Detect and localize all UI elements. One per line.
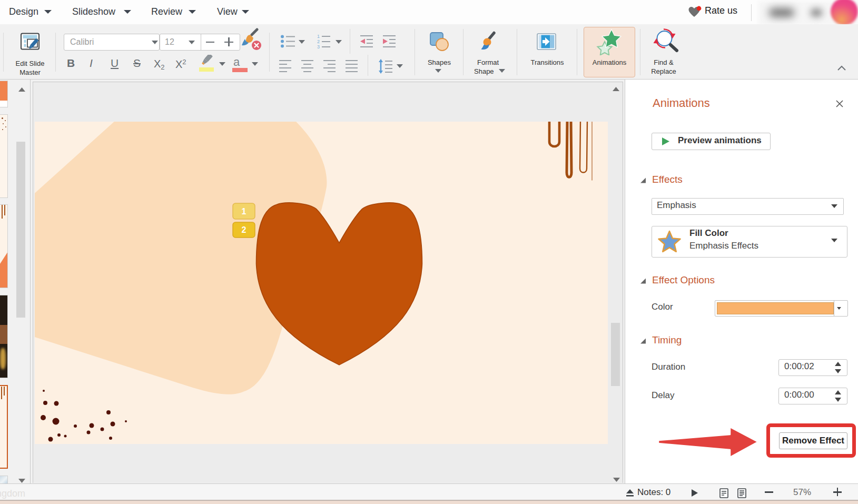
svg-text:2: 2 xyxy=(317,39,320,44)
svg-text:1: 1 xyxy=(242,207,246,216)
svg-text:2: 2 xyxy=(242,225,246,234)
svg-text:3: 3 xyxy=(317,44,320,48)
svg-text:1: 1 xyxy=(317,34,320,39)
